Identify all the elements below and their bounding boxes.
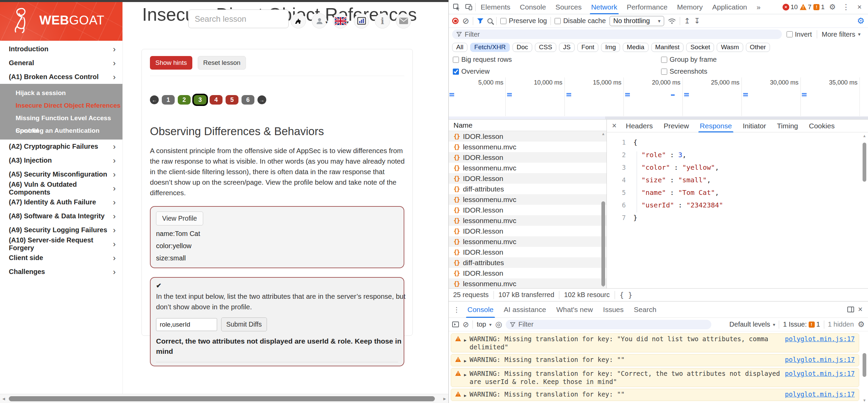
- tab-console-drawer[interactable]: Console: [462, 301, 499, 318]
- chip-media[interactable]: Media: [623, 43, 649, 52]
- tab-memory[interactable]: Memory: [673, 0, 707, 14]
- more-filters-button[interactable]: More filters ▾: [822, 31, 865, 38]
- scoreboard-button[interactable]: [354, 13, 369, 29]
- request-row[interactable]: {}IDOR.lesson: [449, 205, 606, 215]
- chip-other[interactable]: Other: [746, 43, 770, 52]
- tab-preview[interactable]: Preview: [658, 120, 694, 132]
- close-devtools-icon[interactable]: ×: [854, 1, 865, 13]
- throttling-select[interactable]: No throttling ▾: [610, 16, 664, 26]
- request-list-scrollbar[interactable]: ▲ ▼: [601, 132, 606, 288]
- console-warning-message[interactable]: ! ▶ WARNING: Missing translation for key…: [451, 389, 859, 401]
- scroll-down-icon[interactable]: ▼: [863, 398, 866, 402]
- import-har-icon[interactable]: ↥: [684, 17, 690, 25]
- message-source-link[interactable]: polyglot.min.js:17: [785, 369, 855, 378]
- language-menu-button[interactable]: ▾: [333, 13, 348, 29]
- response-scrollbar-thumb[interactable]: [863, 143, 866, 182]
- filter-toggle-icon[interactable]: [477, 18, 484, 24]
- overview-input[interactable]: [453, 69, 459, 75]
- tab-ai-assistance[interactable]: AI assistance: [499, 301, 551, 318]
- request-list-scrollbar-thumb[interactable]: [601, 201, 605, 286]
- message-source-link[interactable]: polyglot.min.js:17: [785, 355, 855, 364]
- submit-diffs-button[interactable]: Submit Diffs: [221, 317, 267, 331]
- close-drawer-icon[interactable]: ×: [858, 305, 863, 314]
- chip-wasm[interactable]: Wasm: [717, 43, 743, 52]
- sidebar-subitem-spoofing-an-authentication-cookie[interactable]: Spoofing an Authentication Cookie: [0, 124, 122, 137]
- page-button-6[interactable]: 6: [242, 95, 254, 105]
- tab-issues[interactable]: Issues: [598, 301, 629, 318]
- request-row[interactable]: {}IDOR.lesson: [449, 131, 606, 142]
- record-network-log-button[interactable]: [452, 18, 459, 24]
- request-list-column-header[interactable]: Name: [449, 120, 606, 131]
- console-filter-input[interactable]: Filter: [506, 320, 711, 329]
- request-row[interactable]: {}lessonmenu.mvc: [449, 236, 606, 247]
- attributes-input[interactable]: [156, 318, 217, 331]
- tab-network[interactable]: Network: [587, 0, 622, 14]
- chip-socket[interactable]: Socket: [686, 43, 714, 52]
- dock-panel-icon[interactable]: [847, 307, 854, 312]
- console-warning-message[interactable]: ! ▶ WARNING: Missing translation for key…: [451, 354, 859, 366]
- clear-console-icon[interactable]: ⊘: [463, 320, 469, 329]
- group-by-frame-checkbox[interactable]: Group by frame: [661, 56, 717, 63]
- screenshots-checkbox[interactable]: Screenshots: [661, 68, 707, 75]
- big-request-rows-checkbox[interactable]: Big request rows: [453, 56, 661, 63]
- preserve-log-checkbox[interactable]: Preserve log: [500, 17, 547, 25]
- request-row[interactable]: {}IDOR.lesson: [449, 268, 606, 278]
- request-row[interactable]: {}diff-attributes: [449, 184, 606, 194]
- expand-caret-icon[interactable]: ▶: [464, 357, 466, 365]
- view-profile-button[interactable]: View Profile: [156, 212, 203, 225]
- user-menu-button[interactable]: ▾: [312, 13, 327, 29]
- disable-cache-checkbox[interactable]: Disable cache: [555, 17, 606, 25]
- drawer-menu-icon[interactable]: ⋮: [451, 304, 462, 315]
- page-button-1[interactable]: 1: [162, 95, 175, 105]
- message-source-link[interactable]: polyglot.min.js:17: [785, 335, 855, 343]
- group-by-frame-input[interactable]: [661, 57, 667, 63]
- network-conditions-icon[interactable]: [668, 18, 676, 24]
- request-row[interactable]: {}lessonmenu.mvc: [449, 142, 606, 152]
- clear-network-log-icon[interactable]: ⊘: [462, 16, 469, 26]
- more-tabs-button[interactable]: »: [752, 0, 765, 14]
- chip-doc[interactable]: Doc: [513, 43, 532, 52]
- sidebar-item-challenges[interactable]: Challenges ›: [0, 265, 122, 279]
- sidebar-subitem-insecure-direct-object-references[interactable]: Insecure Direct Object References: [0, 99, 122, 112]
- request-row[interactable]: {}IDOR.lesson: [449, 226, 606, 236]
- live-expression-eye-icon[interactable]: ◎: [495, 320, 502, 329]
- network-overview-timeline[interactable]: 5,000 ms 10,000 ms 15,000 ms 20,000 ms 2…: [449, 77, 868, 120]
- braces-toggle-icon[interactable]: { }: [620, 291, 633, 299]
- page-button-3-current[interactable]: 3: [194, 95, 207, 105]
- tab-headers[interactable]: Headers: [620, 120, 658, 132]
- inspect-element-button[interactable]: [451, 1, 462, 13]
- wolf-button[interactable]: [291, 13, 306, 29]
- chip-fetch-xhr[interactable]: Fetch/XHR: [470, 43, 510, 52]
- issues-counter[interactable]: 1 Issue: ! 1: [783, 320, 820, 328]
- message-source-link[interactable]: polyglot.min.js:17: [785, 390, 855, 398]
- expand-caret-icon[interactable]: ▶: [464, 391, 466, 400]
- request-row[interactable]: {}IDOR.lesson: [449, 152, 606, 163]
- request-row[interactable]: {}lessonmenu.mvc: [449, 194, 606, 205]
- sidebar-item-introduction[interactable]: Introduction ›: [0, 42, 122, 56]
- tab-cookies[interactable]: Cookies: [804, 120, 840, 132]
- overview-checkbox[interactable]: Overview: [453, 68, 661, 75]
- tab-performance[interactable]: Performance: [622, 0, 672, 14]
- device-toolbar-button[interactable]: [463, 1, 475, 13]
- scroll-up-icon[interactable]: ▲: [601, 132, 605, 136]
- request-row[interactable]: {}IDOR.lesson: [449, 247, 606, 257]
- prev-page-button[interactable]: ←: [150, 95, 159, 104]
- export-har-icon[interactable]: ↧: [694, 17, 700, 25]
- request-row[interactable]: {}IDOR.lesson: [449, 173, 606, 184]
- page-button-4[interactable]: 4: [210, 95, 223, 105]
- disable-cache-input[interactable]: [555, 18, 561, 24]
- chip-font[interactable]: Font: [577, 43, 598, 52]
- sidebar-item-a8-software-data-integrity[interactable]: (A8) Software & Data Integrity ›: [0, 209, 122, 223]
- chip-img[interactable]: Img: [601, 43, 620, 52]
- sidebar-item-client-side[interactable]: Client side ›: [0, 251, 122, 265]
- next-page-button[interactable]: →: [257, 95, 266, 104]
- reset-lesson-button[interactable]: Reset lesson: [198, 56, 246, 70]
- chip-css[interactable]: CSS: [535, 43, 556, 52]
- horizontal-scrollbar-thumb[interactable]: [9, 396, 435, 401]
- tab-timing[interactable]: Timing: [772, 120, 804, 132]
- sidebar-item-a7-identity-auth-failure[interactable]: (A7) Identity & Auth Failure ›: [0, 195, 122, 209]
- sidebar-item-a6-vuln-outdated-components[interactable]: (A6) Vuln & Outdated Components ›: [0, 181, 122, 195]
- sidebar-item-a9-security-logging-failures[interactable]: (A9) Security Logging Failures ›: [0, 223, 122, 237]
- scroll-left-icon[interactable]: ◄: [0, 396, 7, 401]
- sidebar-item-general[interactable]: General ›: [0, 56, 122, 70]
